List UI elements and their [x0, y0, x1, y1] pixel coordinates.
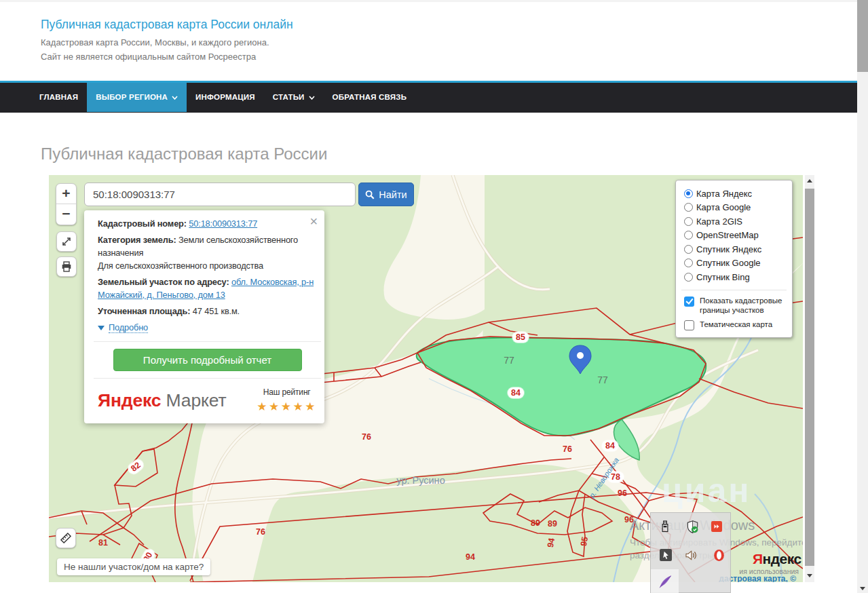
checkbox-icon[interactable]: [684, 320, 694, 330]
area-row: Уточненная площадь: 47 451 кв.м.: [98, 305, 317, 318]
page-scrollbar[interactable]: [857, 0, 868, 593]
site-title[interactable]: Публичная кадастровая карта России онлай…: [41, 18, 293, 32]
zoom-in-button[interactable]: +: [56, 184, 76, 204]
report-button[interactable]: Получить подробный отчет: [113, 349, 302, 371]
scroll-down-arrow[interactable]: [805, 570, 814, 581]
map-label: 89: [548, 519, 557, 529]
chevron-down-icon: [309, 96, 315, 100]
radio-icon[interactable]: [684, 245, 693, 254]
map-label: 81: [98, 538, 108, 548]
map-label: 96: [618, 489, 627, 498]
layer-option-yandex-map[interactable]: Карта Яндекс: [684, 187, 784, 201]
address-row: Земельный участок по адресу: обл. Москов…: [98, 276, 317, 302]
radio-icon[interactable]: [684, 217, 693, 226]
map-label: 77: [504, 355, 514, 366]
search-input[interactable]: [84, 183, 356, 206]
opera-icon[interactable]: [713, 549, 725, 562]
rating-block: Наш рейтинг ★★★★★: [257, 387, 317, 416]
top-strip: [0, 0, 868, 2]
ruler-icon: [60, 532, 72, 544]
map-label: 76: [256, 527, 265, 537]
cadastral-number-link[interactable]: 50:18:0090313:77: [189, 218, 257, 229]
red-app-icon[interactable]: [711, 521, 722, 532]
details-link[interactable]: Подробно: [109, 322, 148, 333]
map-label: 85: [512, 332, 529, 343]
checkbox-cadastral-borders[interactable]: Показать кадастровые границы участков: [684, 296, 784, 316]
search-icon: [365, 190, 375, 199]
checkbox-thematic-map[interactable]: Тематическая карта: [684, 320, 784, 330]
triangle-down-icon: [98, 326, 105, 330]
radio-icon[interactable]: [684, 189, 693, 198]
map-scrollbar-thumb[interactable]: [805, 189, 814, 566]
divider: [681, 290, 787, 290]
feather-icon[interactable]: [658, 574, 673, 589]
expand-icon: [61, 236, 72, 247]
radio-icon[interactable]: [684, 273, 693, 282]
speaker-icon[interactable]: [685, 550, 699, 561]
layer-option-bing-sat[interactable]: Спутник Bing: [684, 270, 784, 284]
nav-item-home[interactable]: ГЛАВНАЯ: [31, 83, 87, 112]
layer-option-osm[interactable]: OpenStreetMap: [684, 229, 784, 243]
security-shield-icon[interactable]: [686, 520, 699, 533]
map-label: 84: [602, 440, 618, 451]
system-tray-popup: [650, 512, 731, 593]
layers-panel: Карта Яндекс Карта Google Карта 2GIS Ope…: [675, 180, 793, 338]
layer-option-google-map[interactable]: Карта Google: [684, 201, 784, 215]
parcel-info-popup: × Кадастровый номер: 50:18:0090313:77 Ка…: [84, 210, 324, 423]
rating-stars: ★★★★★: [257, 398, 317, 415]
printer-icon: [61, 261, 72, 272]
category-row: Категория земель: Земли сельскохозяйстве…: [98, 234, 317, 273]
layer-option-yandex-sat[interactable]: Спутник Яндекс: [684, 242, 784, 256]
nav-item-info[interactable]: ИНФОРМАЦИЯ: [187, 83, 264, 112]
cursor-app-icon[interactable]: [660, 549, 672, 561]
yandex-market-row: Яндекс Маркет Наш рейтинг ★★★★★: [98, 387, 317, 416]
map-label: 94: [466, 552, 475, 562]
page-scrollbar-thumb[interactable]: [857, 0, 868, 72]
site-subtitle-1: Кадастровая карта России, Москвы, и кажд…: [41, 37, 269, 47]
page-scroll-down-arrow[interactable]: [857, 587, 868, 590]
yandex-logo[interactable]: Яндекс: [753, 551, 801, 567]
radio-icon[interactable]: [684, 203, 693, 212]
site-subtitle-2: Сайт не является официальным сайтом Роср…: [41, 52, 256, 62]
map-label: 76: [563, 444, 572, 454]
map-label: 76: [362, 432, 371, 442]
map-scrollbar[interactable]: [805, 175, 814, 582]
cian-watermark: циан: [662, 471, 751, 510]
scroll-up-arrow[interactable]: [805, 175, 814, 186]
map-label: ур. Русино: [396, 475, 445, 486]
zoom-out-button[interactable]: −: [56, 204, 76, 225]
chevron-down-icon: [172, 96, 178, 100]
map-label: 95: [579, 536, 590, 547]
radio-icon[interactable]: [684, 259, 693, 267]
main-nav: ГЛАВНАЯ ВЫБОР РЕГИОНА ИНФОРМАЦИЯ СТАТЬИ …: [0, 81, 857, 113]
nav-item-articles[interactable]: СТАТЬИ: [264, 83, 324, 112]
print-button[interactable]: [56, 256, 77, 277]
zoom-control: + −: [56, 183, 77, 225]
checkbox-checked-icon[interactable]: [684, 296, 694, 307]
map-label: 77: [597, 375, 608, 385]
details-row: Подробно: [98, 322, 317, 334]
nav-item-feedback[interactable]: ОБРАТНАЯ СВЯЗЬ: [324, 83, 416, 112]
close-icon[interactable]: ×: [309, 214, 318, 228]
measure-button[interactable]: [56, 528, 76, 548]
nav-item-region[interactable]: ВЫБОР РЕГИОНА: [87, 83, 187, 112]
map-label: 84: [508, 387, 524, 398]
map-label: 89: [531, 518, 540, 528]
radio-icon[interactable]: [684, 231, 693, 240]
usb-icon[interactable]: [660, 520, 670, 534]
yandex-market-logo[interactable]: Яндекс Маркет: [98, 387, 226, 414]
layer-option-google-sat[interactable]: Спутник Google: [684, 256, 784, 271]
fullscreen-button[interactable]: [56, 231, 77, 252]
cadastral-number-row: Кадастровый номер: 50:18:0090313:77: [98, 218, 317, 231]
search-button[interactable]: Найти: [358, 183, 414, 206]
layer-option-2gis-map[interactable]: Карта 2GIS: [684, 214, 784, 229]
page-title: Публичная кадастровая карта России: [41, 145, 327, 164]
map-label: 94: [546, 537, 556, 548]
